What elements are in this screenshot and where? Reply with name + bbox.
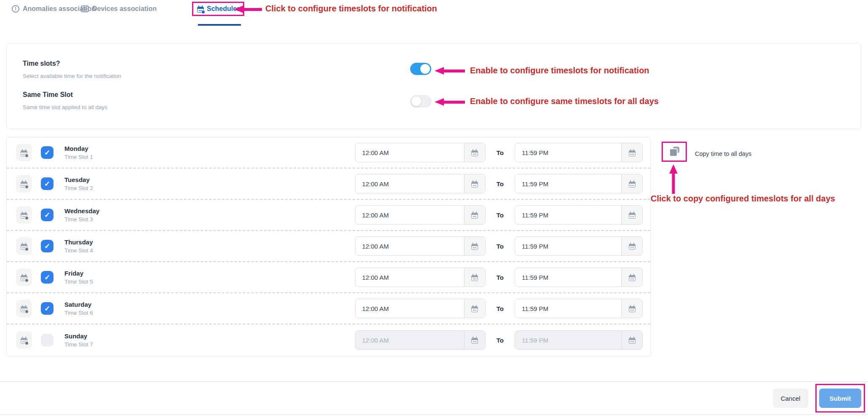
cancel-button[interactable]: Cancel — [773, 389, 808, 408]
annotation-arrow-left-icon — [234, 5, 262, 13]
calendar-config-button[interactable] — [16, 144, 32, 161]
day-name: Wednesday — [64, 207, 355, 214]
day-checkbox[interactable]: ✓ — [41, 146, 53, 159]
to-label: To — [497, 243, 504, 250]
active-tab-underline — [198, 24, 241, 26]
calendar-config-button[interactable] — [16, 175, 32, 193]
start-time-input[interactable] — [355, 143, 464, 162]
calendar-config-button[interactable] — [16, 268, 32, 286]
start-time-calendar-button[interactable] — [464, 174, 485, 193]
end-time-input[interactable] — [515, 299, 621, 318]
to-label: To — [497, 180, 504, 188]
start-time-input[interactable] — [355, 206, 464, 224]
tab-devices-association[interactable]: Devices association — [81, 5, 157, 13]
time-slots-title: Time slots? — [23, 60, 60, 67]
check-icon: ✓ — [44, 211, 50, 220]
day-slot-label: Time Slot 7 — [64, 341, 355, 348]
end-time-calendar-button[interactable] — [621, 206, 642, 224]
day-checkbox[interactable]: ✓ — [41, 302, 53, 315]
start-time-calendar-button[interactable] — [464, 299, 485, 318]
calendar-config-button[interactable] — [16, 206, 32, 224]
day-checkbox[interactable] — [41, 334, 53, 346]
submit-button[interactable]: Submit — [819, 389, 861, 408]
day-name: Friday — [64, 270, 355, 277]
end-time-input — [515, 331, 621, 349]
check-icon: ✓ — [44, 148, 50, 157]
end-time-input[interactable] — [515, 174, 621, 193]
day-name: Saturday — [64, 301, 355, 308]
start-time-input[interactable] — [355, 268, 464, 287]
day-slot-label: Time Slot 6 — [64, 310, 355, 316]
days-card: ✓ Monday Time Slot 1 To ✓ Tuesday Time S… — [6, 137, 651, 356]
copy-time-label: Copy time to all days — [695, 150, 752, 157]
start-time-calendar-button[interactable] — [464, 237, 485, 255]
start-time-calendar-button — [464, 331, 485, 349]
annotation-timeslots-toggle-text: Enable to configure timeslots for notifi… — [470, 66, 649, 75]
same-time-slot-toggle[interactable] — [410, 95, 431, 107]
end-time-input[interactable] — [515, 237, 621, 255]
to-label: To — [497, 337, 504, 344]
day-checkbox[interactable]: ✓ — [41, 209, 53, 221]
day-slot-label: Time Slot 1 — [64, 154, 355, 160]
annotation-arrow-up-icon — [669, 164, 678, 194]
annotation-same-toggle-text: Enable to configure same timeslots for a… — [470, 96, 659, 106]
copy-icon — [669, 147, 679, 157]
time-slots-toggle[interactable] — [410, 63, 431, 75]
time-slots-subtitle: Select available time for the notificati… — [23, 73, 121, 79]
same-time-slot-title: Same Time Slot — [23, 91, 73, 99]
day-name: Tuesday — [64, 176, 355, 183]
exclamation-circle-icon: ! — [12, 5, 19, 13]
check-icon: ✓ — [44, 242, 50, 251]
to-label: To — [497, 149, 504, 156]
start-time-calendar-button[interactable] — [464, 268, 485, 287]
day-slot-label: Time Slot 2 — [64, 185, 355, 191]
start-time-calendar-button[interactable] — [464, 206, 485, 224]
calendar-icon — [197, 5, 204, 13]
day-name: Thursday — [64, 238, 355, 246]
to-label: To — [497, 305, 504, 312]
day-slot-label: Time Slot 3 — [64, 216, 355, 222]
end-time-input[interactable] — [515, 268, 621, 287]
settings-card: Time slots? Select available time for th… — [6, 43, 861, 129]
day-checkbox[interactable]: ✓ — [41, 177, 53, 190]
day-row-tuesday: ✓ Tuesday Time Slot 2 To — [7, 169, 650, 200]
copy-time-button-highlight-box[interactable] — [662, 142, 687, 162]
day-row-thursday: ✓ Thursday Time Slot 4 To — [7, 231, 650, 262]
day-checkbox[interactable]: ✓ — [41, 240, 53, 252]
start-time-input[interactable] — [355, 299, 464, 318]
devices-icon — [81, 5, 89, 12]
end-time-calendar-button[interactable] — [621, 268, 642, 287]
calendar-config-button[interactable] — [16, 300, 32, 317]
start-time-input[interactable] — [355, 174, 464, 193]
check-icon: ✓ — [44, 180, 50, 188]
day-name: Sunday — [64, 332, 355, 340]
bottom-divider — [0, 414, 868, 415]
to-label: To — [497, 274, 504, 281]
day-checkbox[interactable]: ✓ — [41, 271, 53, 284]
day-row-monday: ✓ Monday Time Slot 1 To — [7, 137, 650, 169]
end-time-calendar-button[interactable] — [621, 174, 642, 193]
scheduler-page: ! Anomalies association Devices associat… — [0, 0, 868, 418]
end-time-input[interactable] — [515, 206, 621, 224]
check-icon: ✓ — [44, 304, 50, 313]
day-row-wednesday: ✓ Wednesday Time Slot 3 To — [7, 200, 650, 231]
annotation-arrow-left-icon — [435, 98, 465, 106]
annotation-copy-text: Click to copy configured timeslots for a… — [651, 194, 835, 204]
end-time-calendar-button[interactable] — [621, 299, 642, 318]
calendar-config-button[interactable] — [16, 237, 32, 255]
day-slot-label: Time Slot 5 — [64, 279, 355, 285]
footer-divider — [0, 381, 868, 382]
end-time-calendar-button[interactable] — [621, 143, 642, 162]
start-time-calendar-button[interactable] — [464, 143, 485, 162]
annotation-tab-text: Click to configure timeslots for notific… — [265, 4, 437, 13]
calendar-config-button[interactable] — [16, 331, 32, 349]
same-time-slot-subtitle: Same time slot applied to all days — [23, 104, 107, 110]
start-time-input[interactable] — [355, 237, 464, 255]
end-time-input[interactable] — [515, 143, 621, 162]
end-time-calendar-button[interactable] — [621, 237, 642, 255]
day-row-friday: ✓ Friday Time Slot 5 To — [7, 262, 650, 293]
tab-label: Devices association — [92, 5, 157, 13]
submit-button-highlight-box: Submit — [815, 384, 865, 413]
day-name: Monday — [64, 145, 355, 152]
annotation-arrow-left-icon — [435, 67, 465, 75]
